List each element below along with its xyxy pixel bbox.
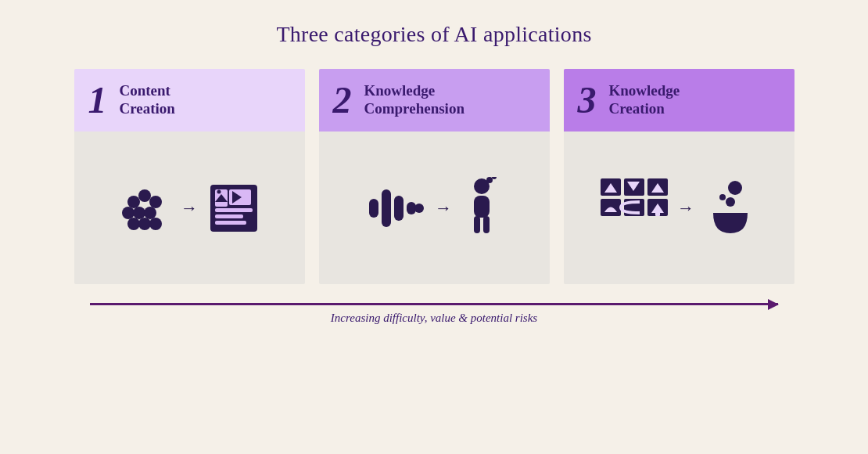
document-media-icon — [206, 180, 262, 236]
signal-data-icon — [364, 180, 427, 236]
svg-point-41 — [726, 197, 735, 207]
svg-rect-19 — [382, 189, 391, 227]
card-2-icons: → — [364, 177, 504, 240]
svg-point-25 — [492, 177, 497, 179]
page-title: Three categories of AI applications — [276, 22, 591, 47]
svg-point-8 — [149, 218, 162, 230]
dots-cluster-icon — [117, 180, 173, 236]
arrow-line-container — [90, 303, 778, 305]
card-3: 3 KnowledgeCreation — [564, 69, 794, 284]
card-2-arrow: → — [435, 198, 452, 218]
svg-point-6 — [127, 218, 140, 230]
card-1-icons: → — [117, 180, 262, 236]
shapes-grid-icon — [599, 177, 669, 240]
svg-rect-28 — [483, 216, 490, 233]
card-1-body: → — [74, 132, 305, 284]
svg-point-0 — [127, 196, 140, 208]
card-2-header: 2 KnowledgeComprehension — [319, 69, 550, 132]
human-figure-icon — [460, 177, 504, 240]
svg-point-22 — [414, 204, 424, 213]
svg-rect-39 — [655, 210, 660, 216]
svg-rect-20 — [394, 196, 404, 221]
bottom-section: Increasing difficulty, value & potential… — [90, 303, 778, 325]
svg-point-24 — [486, 177, 493, 183]
svg-rect-14 — [215, 221, 246, 225]
card-2: 2 KnowledgeComprehension → — [319, 69, 550, 284]
card-3-body: → — [564, 132, 794, 284]
svg-rect-27 — [474, 216, 480, 233]
svg-point-40 — [728, 181, 742, 195]
card-3-number: 3 — [578, 81, 597, 119]
card-1-arrow: → — [181, 198, 198, 218]
card-1-title: ContentCreation — [120, 82, 175, 118]
svg-point-2 — [149, 196, 162, 208]
svg-point-17 — [217, 189, 221, 193]
bowl-insight-icon — [702, 180, 759, 236]
svg-rect-13 — [215, 214, 243, 218]
card-1-header: 1 ContentCreation — [74, 69, 305, 132]
arrow-label: Increasing difficulty, value & potential… — [331, 312, 537, 325]
card-3-header: 3 KnowledgeCreation — [564, 69, 794, 132]
difficulty-arrow — [90, 303, 778, 305]
svg-point-1 — [138, 189, 151, 202]
card-1-number: 1 — [88, 81, 107, 119]
svg-point-7 — [138, 218, 151, 230]
card-3-icons: → — [599, 177, 759, 240]
svg-rect-12 — [215, 208, 253, 212]
svg-point-3 — [122, 207, 135, 219]
svg-rect-18 — [369, 199, 378, 218]
card-2-title: KnowledgeComprehension — [364, 82, 464, 118]
svg-point-4 — [133, 207, 145, 219]
card-2-body: → — [319, 132, 550, 284]
cards-container: 1 ContentCreation → — [59, 69, 809, 284]
card-2-number: 2 — [333, 81, 352, 119]
svg-point-5 — [144, 207, 156, 219]
svg-rect-26 — [474, 196, 490, 218]
svg-point-42 — [719, 194, 726, 200]
card-3-title: KnowledgeCreation — [609, 82, 680, 118]
card-3-arrow: → — [677, 198, 694, 218]
card-1: 1 ContentCreation → — [74, 69, 305, 284]
